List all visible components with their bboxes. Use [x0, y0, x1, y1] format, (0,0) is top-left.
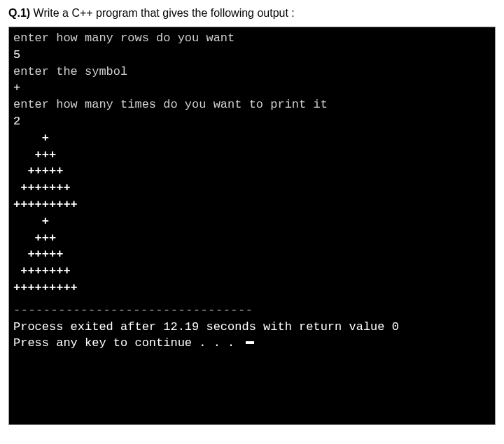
exit-message: Process exited after 12.19 seconds with …	[13, 319, 491, 336]
question-heading: Q.1) Write a C++ program that gives the …	[8, 7, 496, 20]
input-symbol: +	[13, 80, 491, 96]
pattern-line: +++++	[13, 163, 491, 180]
pattern-line: +++++++++	[13, 196, 491, 213]
pattern-line: +++++++++	[13, 280, 491, 296]
input-rows: 5	[13, 47, 491, 64]
cursor-icon	[246, 341, 254, 344]
prompt-rows: enter how many rows do you want	[13, 30, 491, 47]
pattern-line: +++++++	[13, 180, 491, 196]
pattern-line: +++	[13, 147, 491, 164]
prompt-times: enter how many times do you want to prin…	[13, 96, 491, 113]
pattern-line: +	[13, 130, 491, 147]
pattern-line: +++	[13, 230, 491, 247]
question-body: Write a C++ program that gives the follo…	[30, 7, 295, 19]
prompt-symbol: enter the symbol	[13, 64, 491, 80]
continue-message: Press any key to continue . . .	[13, 335, 491, 352]
separator-line: --------------------------------	[13, 302, 491, 319]
continue-text: Press any key to continue . . .	[13, 336, 241, 350]
terminal-output: enter how many rows do you want 5 enter …	[8, 27, 496, 425]
pattern-line: +++++++	[13, 263, 491, 280]
question-label: Q.1)	[8, 7, 30, 19]
pattern-line: +++++	[13, 246, 491, 263]
pattern-line: +	[13, 213, 491, 230]
input-times: 2	[13, 113, 491, 130]
